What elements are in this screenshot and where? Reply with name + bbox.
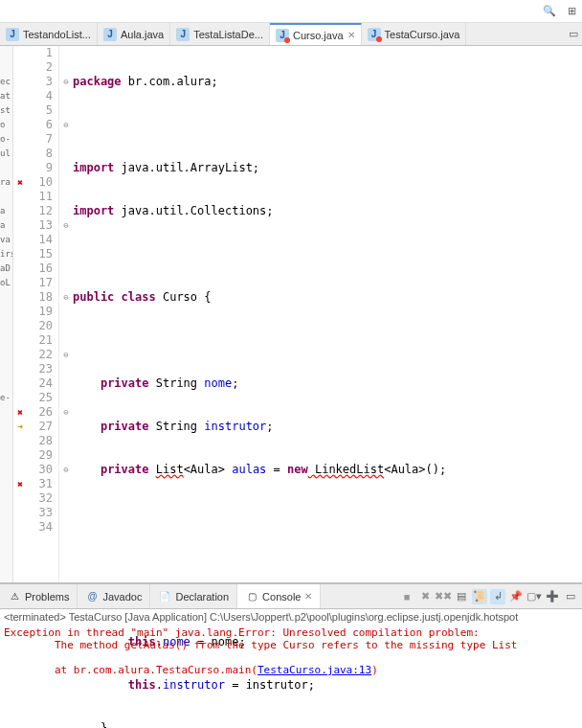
- console-output[interactable]: Exception in thread "main" java.lang.Err…: [0, 625, 582, 726]
- declaration-icon: 📄: [158, 590, 171, 603]
- search-icon[interactable]: 🔍: [543, 5, 556, 17]
- line-number-gutter: 1234567891011121314151617181920212223242…: [27, 46, 59, 582]
- tab-testacurso[interactable]: J TestaCurso.java: [362, 23, 467, 45]
- maximize-icon[interactable]: ▭: [569, 28, 578, 40]
- java-file-error-icon: J: [276, 29, 289, 42]
- minimize-icon[interactable]: ▭: [563, 589, 578, 604]
- marker-gutter: ✖✖➜✖: [13, 46, 27, 582]
- tab-problems[interactable]: ⚠ Problems: [0, 584, 78, 608]
- package-explorer-strip[interactable]: ecatstoo-ul.raaavairscaDoLe-: [0, 46, 13, 582]
- perspective-icon[interactable]: ⊞: [568, 5, 576, 17]
- tab-label: Curso.java: [293, 30, 344, 41]
- tab-testandolist[interactable]: J TestandoList...: [0, 23, 98, 45]
- remove-all-icon[interactable]: ✖✖: [436, 589, 451, 604]
- javadoc-icon: @: [85, 590, 99, 603]
- tab-label: TestandoList...: [23, 29, 91, 40]
- tab-controls: ▭: [565, 28, 582, 40]
- java-file-error-icon: J: [368, 28, 381, 41]
- tab-declaration[interactable]: 📄 Declaration: [150, 584, 237, 608]
- code-editor: ecatstoo-ul.raaavairscaDoLe- ✖✖➜✖ 123456…: [0, 46, 582, 582]
- console-icon: ▢: [245, 590, 258, 603]
- editor-tab-bar: J TestandoList... J Aula.java J TestaLis…: [0, 23, 582, 46]
- clear-console-icon[interactable]: ▤: [454, 589, 469, 604]
- tab-aula[interactable]: J Aula.java: [98, 23, 170, 45]
- open-console-icon[interactable]: ➕: [545, 589, 560, 604]
- java-file-icon: J: [176, 28, 190, 41]
- tab-console[interactable]: ▢ Console ✕: [237, 584, 321, 608]
- tab-javadoc[interactable]: @ Javadoc: [78, 584, 150, 608]
- terminate-icon[interactable]: ■: [399, 589, 414, 604]
- bottom-panel: ⚠ Problems @ Javadoc 📄 Declaration ▢ Con…: [0, 582, 582, 726]
- tab-label: TestaCurso.java: [385, 29, 460, 40]
- remove-launch-icon[interactable]: ✖: [417, 589, 433, 604]
- top-toolbar: 🔍 ⊞: [0, 0, 582, 23]
- fold-gutter: ⊖⊖⊖⊖⊖⊖⊖: [59, 46, 73, 582]
- scroll-lock-icon[interactable]: 📜: [472, 589, 487, 604]
- kw: package: [73, 75, 122, 88]
- pin-console-icon[interactable]: 📌: [508, 589, 524, 604]
- word-wrap-icon[interactable]: ↲: [490, 589, 505, 604]
- panel-tabs: ⚠ Problems @ Javadoc 📄 Declaration ▢ Con…: [0, 584, 582, 609]
- tab-testalistade[interactable]: J TestaListaDe...: [170, 23, 270, 45]
- problems-icon: ⚠: [8, 590, 21, 603]
- java-file-icon: J: [103, 28, 117, 41]
- code-area[interactable]: package br.com.alura; import java.util.A…: [73, 46, 582, 582]
- close-icon[interactable]: ✕: [347, 30, 355, 40]
- console-toolbar: ■ ✖ ✖✖ ▤ 📜 ↲ 📌 ▢▾ ➕ ▭: [395, 589, 582, 604]
- tab-label: TestaListaDe...: [193, 29, 263, 40]
- java-file-icon: J: [6, 28, 19, 41]
- console-launch-label: <terminated> TestaCurso [Java Applicatio…: [0, 609, 582, 625]
- close-icon[interactable]: ✕: [304, 591, 312, 602]
- tab-curso[interactable]: J Curso.java ✕: [270, 23, 362, 45]
- display-console-icon[interactable]: ▢▾: [526, 589, 542, 604]
- tab-label: Aula.java: [121, 29, 164, 40]
- stack-trace-link[interactable]: TestaCurso.java:13: [257, 664, 371, 676]
